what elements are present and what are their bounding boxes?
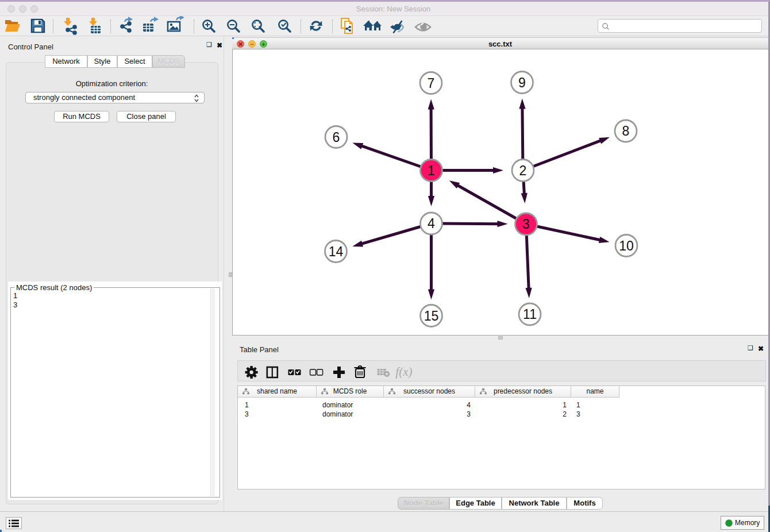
- svg-text:f(x): f(x): [395, 365, 412, 379]
- svg-text:14: 14: [329, 244, 344, 259]
- svg-text:15: 15: [424, 309, 439, 323]
- svg-text:1: 1: [428, 163, 435, 178]
- svg-text:4: 4: [428, 216, 435, 231]
- svg-text:11: 11: [523, 307, 537, 322]
- svg-text:3: 3: [522, 217, 530, 232]
- svg-text:6: 6: [333, 130, 340, 145]
- svg-text:8: 8: [622, 124, 630, 138]
- svg-text:7: 7: [428, 76, 435, 91]
- svg-text:9: 9: [518, 75, 526, 90]
- svg-text:10: 10: [619, 238, 634, 253]
- svg-text:2: 2: [519, 163, 527, 178]
